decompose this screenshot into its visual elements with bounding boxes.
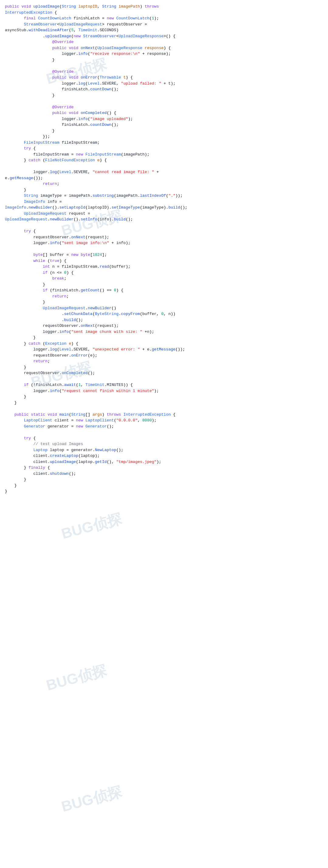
code-block: public void uploadImage(String laptopID,… [5, 4, 323, 495]
watermark-4: BUG侦探 [59, 508, 124, 545]
watermark-6: BUG侦探 [59, 781, 124, 818]
watermark-5: BUG侦探 [44, 659, 109, 696]
